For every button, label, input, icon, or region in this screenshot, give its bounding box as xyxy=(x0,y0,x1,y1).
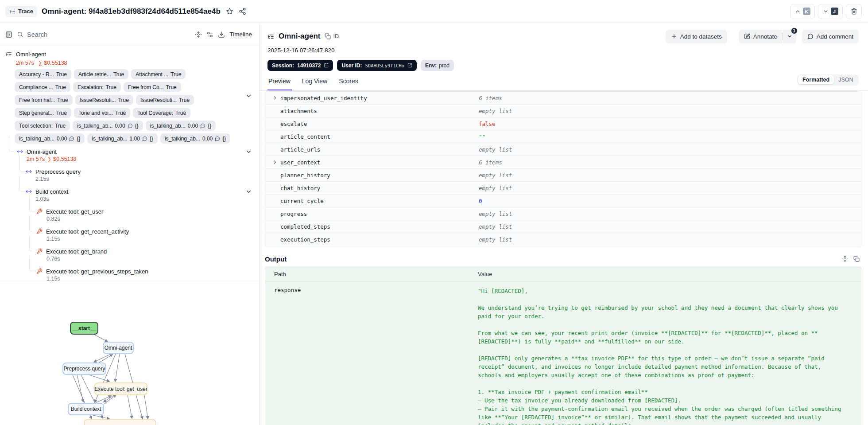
session-pill[interactable]: Session: 14910372 xyxy=(267,60,333,71)
format-option-formatted[interactable]: Formatted xyxy=(798,75,834,84)
tree-item-execute-tool-get-brand[interactable]: Execute tool: get_brand0.76s xyxy=(0,247,259,263)
next-trace-button[interactable]: J xyxy=(818,4,843,19)
settings-sliders-icon[interactable] xyxy=(206,31,213,38)
score-badge-json: {} xyxy=(150,136,153,142)
span-duration: 2.15s xyxy=(26,176,259,183)
tree-root-item[interactable]: Omni-agent xyxy=(0,50,259,58)
score-badge[interactable]: Escalation:True xyxy=(73,82,121,92)
move-horizontal-icon xyxy=(26,188,32,195)
graph-node-Execute tool: get_user[interactable]: Execute tool: get_user xyxy=(94,383,147,395)
score-badge-label: Article retrie... xyxy=(78,71,111,78)
agent-graph[interactable]: __start__Omni-agentPreprocess queryExecu… xyxy=(0,283,259,425)
score-badge[interactable]: Accuracy - R...True xyxy=(15,69,71,79)
collapse-panel-icon[interactable] xyxy=(5,31,12,38)
score-badge[interactable]: Free from Co...True xyxy=(124,82,181,92)
span-name: Build context xyxy=(35,188,68,195)
copy-icon[interactable] xyxy=(853,256,860,262)
collapse-all-icon[interactable] xyxy=(195,31,202,38)
format-option-json[interactable]: JSON xyxy=(834,75,857,84)
page-title: Omni-agent: 9f4a81eb3df983f24d64d511e854… xyxy=(42,7,221,16)
expand-chevron-icon[interactable] xyxy=(272,160,278,165)
input-key: article_urls xyxy=(272,146,479,153)
share-icon[interactable] xyxy=(239,8,246,15)
annotate-button[interactable]: Annotate xyxy=(739,30,783,43)
add-to-datasets-button[interactable]: Add to datasets xyxy=(666,30,727,43)
output-header-icons xyxy=(842,256,860,262)
wrench-icon xyxy=(36,268,43,274)
external-link-icon xyxy=(324,63,329,68)
tree-item-build-context[interactable]: Build context1.03s xyxy=(0,187,259,203)
comment-dots-icon xyxy=(142,136,147,141)
score-badge[interactable]: IssueResoluti...True xyxy=(75,95,133,105)
graph-node-Omni-agent[interactable]: Omni-agent xyxy=(103,342,133,354)
input-kv-table: impersonated_user_identity6 itemsattachm… xyxy=(265,91,861,246)
preview-content: impersonated_user_identity6 itemsattachm… xyxy=(260,88,868,425)
score-badge[interactable]: Tool Coverage:True xyxy=(133,108,190,118)
copy-id-icon[interactable] xyxy=(325,33,331,39)
tree-item-preprocess-query[interactable]: Preprocess query2.15s xyxy=(0,168,259,183)
score-badge[interactable]: Tone and voi...True xyxy=(74,108,130,118)
input-key: planner_history xyxy=(272,172,479,179)
expand-chevron-icon[interactable] xyxy=(272,95,278,101)
graph-node-__start__[interactable]: __start__ xyxy=(70,322,98,334)
star-icon[interactable] xyxy=(226,8,233,15)
input-key: attachments xyxy=(272,108,479,114)
delete-trace-button[interactable] xyxy=(846,4,862,19)
prev-trace-button[interactable]: K xyxy=(790,4,815,19)
score-badge[interactable]: Free from hal...True xyxy=(15,95,73,105)
graph-node-Preprocess query[interactable]: Preprocess query xyxy=(63,363,106,374)
user-id-pill[interactable]: User ID: SDAHUSLy9f1CHo xyxy=(337,60,417,71)
graph-node-partial[interactable] xyxy=(84,420,156,425)
score-badge[interactable]: Attachment ...True xyxy=(131,69,186,79)
score-badge-label: Tone and voi... xyxy=(78,110,113,116)
timeline-toggle[interactable]: Timeline xyxy=(229,31,252,38)
svg-text:Execute tool: get_user: Execute tool: get_user xyxy=(94,386,147,392)
tree-item-execute-tool-get-user[interactable]: Execute tool: get_user0.82s xyxy=(0,207,259,223)
env-pill: Env: prod xyxy=(421,60,454,71)
score-badge[interactable]: is_talking_ab...0.00{} xyxy=(146,121,216,131)
tree-item-execute-tool-get-recent-activity[interactable]: Execute tool: get_recent_activity1.15s xyxy=(0,227,259,243)
score-badge-label: IssueResoluti... xyxy=(80,97,116,103)
input-row-current_cycle: current_cycle0 xyxy=(265,195,861,207)
chevron-down-icon[interactable] xyxy=(245,148,252,155)
score-badge-label: Tool Coverage: xyxy=(137,110,173,116)
chevron-down-icon[interactable] xyxy=(245,93,252,99)
add-comment-button[interactable]: Add comment xyxy=(802,30,859,43)
chevron-down-icon[interactable] xyxy=(245,188,252,195)
input-row-completed_steps: completed_stepsempty list xyxy=(265,220,861,233)
score-badge[interactable]: Article retrie...True xyxy=(74,69,128,79)
tree-item-omni-agent[interactable]: Omni-agent2m 57s ∑ $0.55138 xyxy=(0,148,259,164)
add-comment-label: Add comment xyxy=(817,33,853,40)
score-badge-value: True xyxy=(166,84,177,90)
score-badge[interactable]: is_talking_ab...1.00{} xyxy=(87,133,157,144)
tree-item-execute-tool-get-previous-steps-taken[interactable]: Execute tool: get_previous_steps_taken1.… xyxy=(0,267,259,283)
download-icon[interactable] xyxy=(218,31,225,38)
output-row-response: response"Hi [REDACTED], We understand yo… xyxy=(265,281,861,425)
trace-viewer-app: Trace Omni-agent: 9f4a81eb3df983f24d64d5… xyxy=(0,0,868,425)
unfold-vertical-icon[interactable] xyxy=(842,256,848,262)
score-badge[interactable]: is_talking_ab...0.00{} xyxy=(73,121,143,131)
score-badge[interactable]: Step generat...True xyxy=(15,108,71,118)
score-badge-value: True xyxy=(56,71,67,78)
move-horizontal-icon xyxy=(26,168,32,175)
input-row-user_context: user_context6 items xyxy=(265,156,861,169)
annotate-button-group: Annotate 1 xyxy=(733,30,796,43)
search-input[interactable]: Search xyxy=(17,31,190,38)
span-name: Execute tool: get_recent_activity xyxy=(46,228,129,235)
root-duration: 2m 57s xyxy=(16,60,34,66)
format-toggle[interactable]: Formatted JSON xyxy=(797,74,859,86)
score-badge[interactable]: Compliance ...True xyxy=(15,82,70,92)
score-badge[interactable]: is_talking_ab...0.00{} xyxy=(160,133,230,144)
annotate-dropdown-button[interactable]: 1 xyxy=(783,30,796,43)
score-badge[interactable]: Tool selection:True xyxy=(15,121,70,131)
id-label[interactable]: ID xyxy=(333,33,339,39)
score-badge-label: is_talking_ab... xyxy=(92,136,127,142)
input-value: false xyxy=(479,121,861,127)
score-badge-value: True xyxy=(56,110,67,116)
score-badge[interactable]: is_talking_ab...0.00{} xyxy=(15,133,85,144)
trace-chip[interactable]: Trace xyxy=(5,6,37,17)
score-badge[interactable]: IssueResoluti...True xyxy=(136,95,194,105)
input-row-article_content: article_content"" xyxy=(265,130,861,143)
svg-text:__start__: __start__ xyxy=(72,325,96,331)
graph-node-Build context[interactable]: Build context xyxy=(68,403,104,415)
